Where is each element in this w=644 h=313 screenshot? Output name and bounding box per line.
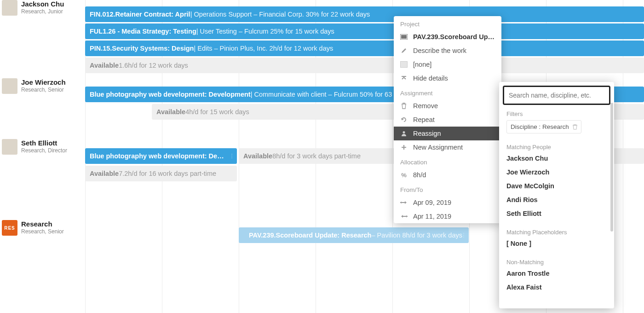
hide-label: Hide details	[413, 75, 448, 82]
bar-detail: | User Testing – Fulcrum 25% for 15 work…	[196, 28, 334, 35]
assignment-bar[interactable]: PIN.15.Security Systems: Design | Edits …	[85, 41, 644, 56]
percent-icon: %	[400, 171, 408, 179]
filter-chip[interactable]: Discipline : Research	[506, 120, 581, 133]
to-date: Apr 11, 2019	[413, 213, 451, 220]
bar-detail: 8h/d for 3 work days part-time	[272, 152, 361, 160]
tag-label: [none]	[413, 61, 431, 68]
bar-title: Blue photography web development: Develo…	[90, 91, 251, 98]
person-option[interactable]: Aaron Trostle	[499, 267, 614, 280]
tag-button[interactable]: [none]	[394, 58, 501, 71]
svg-point-3	[403, 131, 405, 133]
project-icon	[400, 33, 408, 41]
search-input[interactable]	[503, 86, 610, 105]
search-wrap	[499, 82, 614, 109]
person-option[interactable]: Alexa Faist	[499, 280, 614, 294]
trash-icon	[400, 102, 408, 110]
pencil-icon	[400, 47, 408, 54]
remove-button[interactable]: Remove	[394, 99, 501, 113]
assignment-bar[interactable]: PAV.239.Scoreboard Update: Research – Pa…	[239, 227, 469, 243]
non-matching-label: Non-Matching	[499, 257, 614, 267]
person-sidebar[interactable]: Joe Wierzoch Research, Senior	[2, 78, 85, 94]
bar-detail: 4h/d for 15 work days	[185, 108, 249, 116]
bar-title: PAV.239.Scoreboard Update: Research	[249, 232, 371, 239]
assignment-bar[interactable]: FUL1.26 - Media Strategy: Testing | User…	[85, 23, 644, 39]
person-name[interactable]: Joe Wierzoch	[21, 78, 66, 86]
svg-rect-1	[401, 35, 407, 39]
placeholder-option[interactable]: [ None ]	[499, 237, 614, 250]
scrollbar-thumb[interactable]	[610, 103, 613, 232]
tag-swatch-icon	[400, 61, 408, 68]
person-role: Research, Junior	[21, 8, 64, 15]
bar-detail: | Operations Support – Financial Corp. 3…	[190, 11, 370, 18]
new-assignment-button[interactable]: New Assignment	[394, 140, 501, 154]
bar-detail: | Edits – Pinion Plus, Inc. 2h/d for 12 …	[194, 45, 333, 52]
project-name: PAV.239.Scoreboard Updat…	[413, 33, 495, 41]
person-row: Jackson Chu Research, Junior FIN.012.Ret…	[0, 0, 644, 78]
plus-icon	[400, 144, 408, 151]
matching-placeholders-label: Matching Placeholders	[499, 227, 614, 237]
availability-bar[interactable]: Available 1.6h/d for 12 work days	[85, 58, 644, 73]
reassign-flyout: Filters Discipline : Research Matching P…	[499, 82, 614, 308]
assignment-bar[interactable]: Blue photography web development: De…	[85, 148, 237, 164]
bar-title: FUL1.26 - Media Strategy: Testing	[90, 28, 196, 35]
date-to-icon	[400, 213, 408, 220]
person-icon	[400, 130, 408, 137]
availability-bar[interactable]: Available 7.2h/d for 16 work days part-t…	[85, 166, 237, 181]
schedule-board: Jackson Chu Research, Junior FIN.012.Ret…	[0, 0, 644, 313]
bar-title: Available	[243, 152, 272, 160]
from-date-button[interactable]: Apr 09, 2019	[394, 196, 501, 209]
new-assignment-label: New Assignment	[413, 144, 463, 151]
hide-details-button[interactable]: Hide details	[394, 71, 501, 85]
to-date-button[interactable]: Apr 11, 2019	[394, 209, 501, 223]
person-option[interactable]: Dave McColgin	[499, 179, 614, 193]
bar-detail: 7.2h/d for 16 work days part-time	[119, 170, 216, 177]
person-name[interactable]: Seth Elliott	[21, 139, 67, 147]
bar-title: PIN.15.Security Systems: Design	[90, 45, 194, 52]
popover-section-project: Project	[394, 16, 501, 30]
bar-detail: – Pavilion 8h/d for 3 work days	[371, 232, 462, 239]
repeat-icon	[400, 116, 408, 123]
avatar[interactable]	[2, 139, 17, 155]
person-option[interactable]: Jackson Chu	[499, 151, 614, 165]
filter-chip-label: Discipline : Research	[511, 123, 569, 130]
avatar[interactable]	[2, 0, 17, 16]
bar-title: Blue photography web development: De…	[90, 152, 224, 160]
person-name[interactable]: Jackson Chu	[21, 0, 64, 8]
repeat-button[interactable]: Repeat	[394, 113, 501, 127]
person-sidebar[interactable]: RES Research Research, Senior	[2, 220, 85, 236]
person-option[interactable]: Andi Rios	[499, 193, 614, 207]
bar-detail: 1.6h/d for 12 work days	[119, 62, 188, 69]
person-sidebar[interactable]: Seth Elliott Research, Director	[2, 139, 85, 155]
bar-title: Available	[156, 108, 185, 116]
reassign-label: Reassign	[413, 130, 441, 137]
remove-filter-icon[interactable]	[573, 124, 577, 130]
popover-section-allocation: Allocation	[394, 154, 501, 168]
filters-label: Filters	[499, 109, 614, 118]
allocation-value: 8h/d	[413, 171, 426, 179]
allocation-button[interactable]: % 8h/d	[394, 168, 501, 182]
assignment-bar[interactable]: FIN.012.Retainer Contract: April | Opera…	[85, 6, 644, 22]
avatar[interactable]	[2, 78, 17, 94]
matching-people-label: Matching People	[499, 142, 614, 151]
placeholder-avatar[interactable]: RES	[2, 220, 17, 236]
reassign-button[interactable]: Reassign	[394, 127, 501, 140]
assignment-popover: Project PAV.239.Scoreboard Updat… Descri…	[394, 16, 501, 223]
drag-handle-icon[interactable]	[463, 227, 466, 243]
person-name[interactable]: Research	[21, 220, 64, 228]
person-role: Research, Director	[21, 147, 67, 154]
bar-title: Available	[90, 62, 119, 69]
describe-label: Describe the work	[413, 47, 466, 54]
person-role: Research, Senior	[21, 87, 66, 93]
project-link[interactable]: PAV.239.Scoreboard Updat…	[394, 30, 501, 44]
drag-handle-icon[interactable]	[231, 148, 234, 164]
bar-title: FIN.012.Retainer Contract: April	[90, 11, 190, 18]
person-sidebar[interactable]: Jackson Chu Research, Junior	[2, 0, 85, 16]
remove-label: Remove	[413, 102, 438, 110]
person-option[interactable]: Joe Wierzoch	[499, 165, 614, 179]
bar-title: Available	[90, 170, 119, 177]
from-date: Apr 09, 2019	[413, 199, 451, 206]
person-option[interactable]: Seth Elliott	[499, 207, 614, 220]
person-role: Research, Senior	[21, 228, 64, 235]
describe-work-button[interactable]: Describe the work	[394, 44, 501, 58]
collapse-icon	[400, 75, 408, 82]
